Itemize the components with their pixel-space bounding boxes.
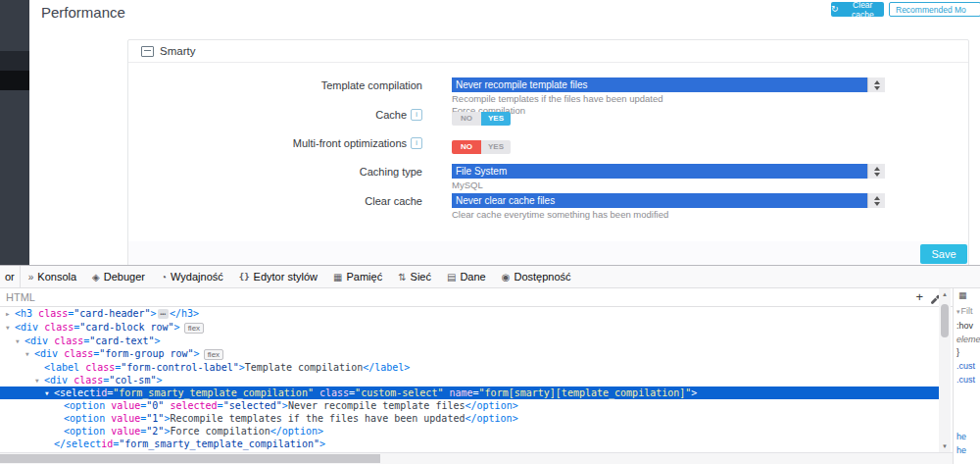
markup-node[interactable]: ▶<h3 class="card-header">⋯</h3> (0, 307, 939, 321)
tab-label: Dane (460, 271, 485, 283)
devtools-panel: or»Konsola◈Debuger◔Wydajność{}Edytor sty… (0, 265, 980, 464)
markup-node[interactable]: <option value="0" selected="selected">Ne… (0, 399, 939, 412)
markup-search-row: HTML + (0, 288, 953, 307)
devtools-tab-pamiec[interactable]: ▦Pamięć (325, 266, 390, 287)
markup-token: "col-sm" (109, 375, 156, 386)
scroll-up-icon[interactable]: ▲ (939, 288, 951, 300)
horizontal-scroll-thumb[interactable] (0, 454, 380, 463)
devtools-tab-dostepnosc[interactable]: ◉Dostępność (494, 266, 579, 287)
add-node-button[interactable]: + (915, 290, 923, 304)
markup-token: "form-control-label" (121, 362, 238, 373)
selected-option: File System (456, 166, 507, 177)
info-icon[interactable]: i (411, 137, 422, 149)
vertical-scrollbar[interactable]: ▲ ▼ (939, 288, 951, 452)
markup-node[interactable]: <option value="1">Recompile templates if… (0, 412, 939, 425)
arrow-up-icon (874, 196, 880, 200)
rules-fragment-text: Filt (961, 306, 973, 316)
layout-grid-icon[interactable]: ▦ (958, 290, 967, 300)
markup-token: class (85, 362, 115, 373)
collapsed-content-badge[interactable]: ⋯ (158, 309, 169, 319)
markup-token: > (174, 322, 180, 333)
toggle-cache: NOYES (452, 112, 511, 126)
toggle-option-no[interactable]: NO (452, 140, 481, 154)
selected-option: Never clear cache files (456, 195, 555, 206)
select-option-text: Recompile templates if the files have be… (452, 94, 885, 104)
select-clear-cache[interactable]: Never clear cache files (452, 193, 885, 208)
expand-arrow-icon[interactable]: ▶ (6, 307, 15, 320)
prestashop-admin: Performance ↻ Clear cache Recommended Mo… (0, 0, 980, 265)
rules-fragment: :hov (956, 321, 973, 331)
devtools-tab-edytor-stylow[interactable]: {}Edytor stylów (231, 266, 325, 287)
clear-cache-label: Clear cache (842, 0, 884, 20)
markup-token: div (21, 322, 38, 333)
clear-cache-button[interactable]: ↻ Clear cache (831, 2, 884, 17)
markup-token: div (50, 375, 68, 386)
arrow-up-icon (874, 80, 880, 84)
horizontal-scrollbar[interactable] (0, 452, 953, 464)
tab-label: Debuger (104, 271, 145, 283)
field-label: Clear cache (365, 195, 422, 207)
devtools-tab-siec[interactable]: ⇅Sieć (390, 266, 439, 287)
devtools-tab-wydajnosc[interactable]: ◔Wydajność (153, 266, 231, 287)
markup-tree: ▶<h3 class="card-header">⋯</h3>▼<div cla… (0, 307, 939, 452)
console-icon: » (28, 272, 34, 283)
recommended-modules-button[interactable]: Recommended Mo (889, 2, 980, 17)
admin-sidebar[interactable] (0, 0, 29, 265)
rules-fragment: } (956, 347, 959, 357)
card-footer: Save (128, 241, 968, 267)
markup-node[interactable]: <option value="2">Force compilation</opt… (0, 425, 939, 438)
toggle-option-yes[interactable]: YES (481, 112, 511, 126)
markup-token: Never recompile template files (288, 400, 466, 411)
markup-node-selected[interactable]: ▼<selectid="form_smarty_template_compila… (0, 387, 939, 399)
markup-node[interactable]: ▼<div class="col-sm"> (0, 374, 939, 387)
expand-arrow-icon[interactable]: ▼ (16, 335, 24, 347)
vertical-scroll-thumb[interactable] (941, 304, 949, 337)
devtools-tab-dane[interactable]: ▤Dane (439, 266, 494, 287)
expand-arrow-icon[interactable]: ▼ (6, 321, 15, 334)
refresh-icon: ↻ (831, 5, 839, 14)
devtools-tab-debuger[interactable]: ◈Debuger (84, 266, 153, 287)
markup-token: div (30, 335, 48, 346)
markup-token: label (374, 362, 404, 373)
toggle-option-no[interactable]: NO (452, 112, 481, 126)
markup-node[interactable]: </selectid="form_smarty_template_compila… (0, 438, 939, 450)
flex-badge[interactable]: flex (184, 323, 204, 334)
devtools-tab-konsola[interactable]: »Konsola (21, 266, 84, 287)
select-template-compilation[interactable]: Never recompile template files (452, 77, 885, 92)
label-cell: Template compilation (128, 77, 422, 91)
rules-fragment-text: .cust (956, 375, 975, 385)
toggle-option-yes[interactable]: YES (481, 140, 511, 154)
markup-token: class (64, 348, 93, 359)
markup-token: select (60, 387, 95, 398)
markup-token: class (319, 387, 349, 398)
sidebar-item[interactable] (0, 51, 29, 71)
expand-arrow-icon[interactable]: ▼ (25, 347, 34, 360)
select-caching-type[interactable]: File System (452, 164, 885, 179)
markup-token: </ (170, 308, 181, 319)
expand-arrow-icon[interactable]: ▼ (35, 374, 44, 387)
devtools-main: HTML + ▶<h3 class="card-header">⋯</h3>▼<… (0, 288, 980, 464)
markup-token: "form_smarty_template_compilation" (119, 438, 319, 449)
form-rows: Template compilationNever recompile temp… (128, 40, 968, 241)
devtools-tab-inspektor-cut[interactable]: or (0, 266, 21, 287)
info-icon[interactable]: i (411, 109, 422, 121)
markup-node[interactable]: ▼<div class="card-text"> (0, 335, 939, 347)
markup-token: > (319, 438, 325, 449)
markup-pane: HTML + ▶<h3 class="card-header">⋯</h3>▼<… (0, 288, 953, 464)
flex-badge[interactable]: flex (204, 349, 223, 360)
save-button[interactable]: Save (920, 244, 967, 264)
markup-token: > (691, 387, 697, 398)
accessibility-icon: ◉ (502, 272, 511, 283)
scroll-down-icon[interactable]: ▼ (939, 440, 951, 452)
page-title: Performance (41, 4, 125, 21)
markup-node[interactable]: <label class="form-control-label">Templa… (0, 361, 939, 374)
tab-label: Dostępność (514, 271, 570, 283)
markup-token: option (70, 426, 105, 437)
expand-arrow-icon[interactable]: ▼ (45, 387, 54, 399)
search-html-input[interactable]: HTML (6, 291, 35, 303)
sidebar-item-active[interactable] (0, 71, 29, 90)
markup-token: > (404, 362, 410, 373)
markup-node[interactable]: ▼<div class="form-group row">flex (0, 347, 939, 361)
markup-node[interactable]: ▼<div class="card-block row">flex (0, 321, 939, 335)
tab-label: Edytor stylów (254, 271, 318, 283)
